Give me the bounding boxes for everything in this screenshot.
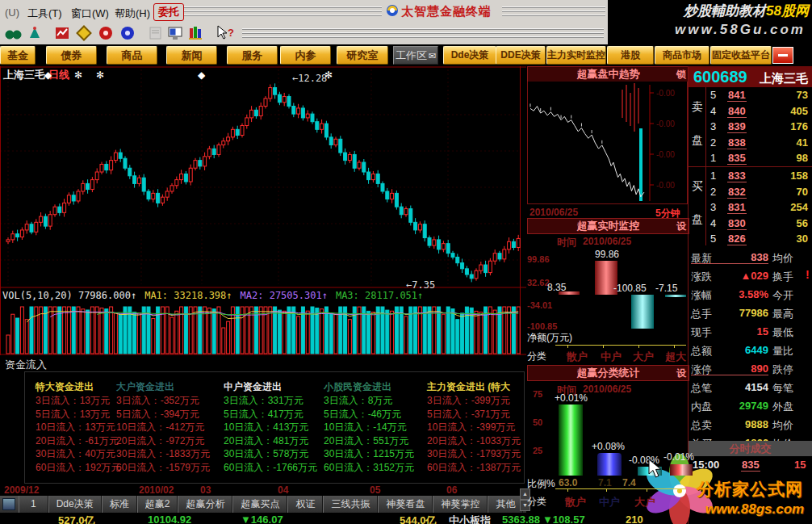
broker-button[interactable]: 委托 (153, 3, 184, 21)
volume: 158 (766, 170, 808, 182)
sell-row-4[interactable]: 4840405 (689, 104, 812, 119)
lock-button[interactable]: 锁 (676, 67, 686, 82)
tab-研究室[interactable]: 研究室 (337, 46, 388, 65)
red-wheel-icon[interactable] (97, 24, 115, 42)
indicator-tab-神獒掌控[interactable]: 神獒掌控 (433, 496, 488, 513)
level: 5 (710, 89, 716, 101)
stock-name: 上海三毛 (760, 71, 808, 86)
monitor-date: 2010/06/25 (583, 236, 631, 247)
indicator-tab-1[interactable]: 1 (19, 496, 48, 513)
tick-price: 835 (741, 459, 760, 472)
monitor-cat-中户: 中户 (601, 350, 622, 364)
stat-label-外盘: 外盘 (772, 400, 793, 414)
buy-row-2[interactable]: 283270 (689, 185, 812, 200)
volume: 98 (766, 152, 808, 164)
price: 841 (727, 89, 747, 102)
sell-row-5[interactable]: 584173 (689, 88, 812, 103)
indicator-tab-其他[interactable]: 其他 (488, 496, 523, 513)
tab-债券[interactable]: 债券 (46, 46, 97, 65)
monitor-axis (555, 345, 686, 346)
peak-annotation: ←12.28 (292, 73, 327, 84)
settings-button[interactable]: 设 (676, 219, 686, 233)
stat-value-总额: 6449 (691, 344, 768, 356)
fundflow-cell: 5日流入：-394万元 (116, 408, 199, 421)
axis-tick (638, 345, 639, 348)
volume: 70 (766, 186, 808, 198)
price: 838 (727, 136, 747, 149)
stat-label-量比: 量比 (772, 344, 793, 358)
tab-workspace[interactable]: 工作区✉ (393, 46, 438, 65)
classify-cat-label: 分类 (527, 495, 546, 509)
fundflow-cell: 60日流入：-1387万元 (427, 461, 521, 475)
help-cursor-icon[interactable]: ? (215, 24, 232, 42)
blue-wheel-icon[interactable] (119, 24, 136, 42)
window-layout-icon[interactable] (2, 498, 15, 510)
alarm-icon[interactable] (26, 24, 44, 42)
kline-chart[interactable] (0, 66, 526, 355)
diamond-icon[interactable] (75, 24, 93, 42)
binoculars-icon[interactable] (4, 24, 22, 42)
indicator-tab-标准[interactable]: 标准 (102, 496, 137, 513)
indicator-tab-超赢分析[interactable]: 超赢分析 (178, 496, 232, 513)
fundflow-col-header: 主力资金进出 (特大 (427, 380, 510, 394)
fundflow-col-header: 特大资金进出 (36, 380, 94, 394)
sell-row-2[interactable]: 283841 (689, 136, 812, 151)
status-item: 544.0亿 (400, 514, 437, 524)
indicator-tab-权证[interactable]: 权证 (287, 496, 323, 513)
tab-固定收益平台[interactable]: 固定收益平台 (710, 46, 772, 65)
kline-books-icon[interactable] (186, 24, 204, 42)
timeline-label: 06 (446, 484, 457, 496)
tab-新闻[interactable]: 新闻 (166, 46, 217, 65)
tab-服务[interactable]: 服务 (227, 46, 278, 65)
buy-row-5[interactable]: 582630 (689, 232, 812, 247)
ad-banner-bottom-line2: www.88gs.com (705, 501, 804, 518)
market-tab-row: 基金债券商品新闻服务内参研究室工作区✉Dde决策DDE决策主力实时监控港股商品市… (0, 44, 812, 67)
chart-marker-icon: ◆ (44, 69, 52, 81)
monitor-icon[interactable] (166, 24, 184, 42)
volume: 254 (766, 201, 808, 213)
monitor-unit-label: 净额(万元) (527, 331, 572, 345)
settings-button[interactable]: 设 (676, 366, 686, 380)
axis-tick (674, 345, 675, 348)
level: 1 (710, 170, 716, 182)
tab-内参[interactable]: 内参 (280, 46, 331, 65)
tab-Dde决策[interactable]: Dde决策 (443, 46, 496, 65)
tab-基金[interactable]: 基金 (0, 46, 36, 65)
panel-close-button[interactable] (772, 47, 793, 64)
classify-cat-散户: 散户 (565, 495, 586, 509)
tab-商品市场[interactable]: 商品市场 (655, 46, 709, 65)
fundflow-col-header: 大户资金进出 (116, 380, 174, 394)
fundflow-title: 资金流入 (5, 358, 47, 372)
menu-item-window[interactable]: 窗口(W) (68, 5, 112, 23)
buy-row-1[interactable]: 1833158 (689, 169, 812, 184)
tab-DDE决策[interactable]: DDE决策 (496, 46, 546, 65)
indicator-tab-超赢2[interactable]: 超赢2 (137, 496, 178, 513)
vol-text-segment: VOL(5,10,20) 77986.000↑ (2, 290, 136, 301)
sell-row-3[interactable]: 3839176 (689, 119, 812, 135)
indicator-tab-Dde决策[interactable]: Dde决策 (48, 496, 102, 513)
fundflow-cell: 20日流入：551万元 (324, 434, 408, 448)
indicator-tab-超赢买点[interactable]: 超赢买点 (232, 496, 287, 513)
monitor-cat-大户: 大户 (633, 350, 654, 364)
sell-row-1[interactable]: 183598 (689, 151, 812, 166)
buy-row-3[interactable]: 3831254 (689, 200, 812, 216)
tab-商品[interactable]: 商品 (107, 46, 157, 65)
fundflow-cell: 10日流入：-14万元 (324, 421, 407, 434)
tab-港股[interactable]: 港股 (607, 46, 654, 65)
buy-row-4[interactable]: 483056 (689, 216, 812, 232)
menu-item-help[interactable]: 帮助(H) (111, 5, 153, 23)
fundflow-cell: 10日流入：413万元 (224, 421, 308, 434)
menu-item-tools[interactable]: 工具(T) (24, 5, 65, 23)
tab-主力实时监控[interactable]: 主力实时监控 (546, 46, 606, 65)
axis-tick (567, 488, 568, 492)
monitor-bar-value: 8.35 (547, 282, 566, 293)
volume: 405 (766, 105, 808, 117)
menu-item-partial[interactable]: (U) (2, 5, 23, 20)
intraday-trend-chart[interactable]: -0.00-0.00-0.00-0.00 (527, 82, 688, 204)
document-icon[interactable] (146, 24, 164, 42)
timeline-label: 2009/12 (4, 484, 39, 496)
chart-pie-icon[interactable] (53, 24, 71, 42)
indicator-tab-三线共振[interactable]: 三线共振 (323, 496, 378, 513)
indicator-tab-神獒看盘[interactable]: 神獒看盘 (378, 496, 433, 513)
stat-label-最高: 最高 (772, 307, 793, 321)
